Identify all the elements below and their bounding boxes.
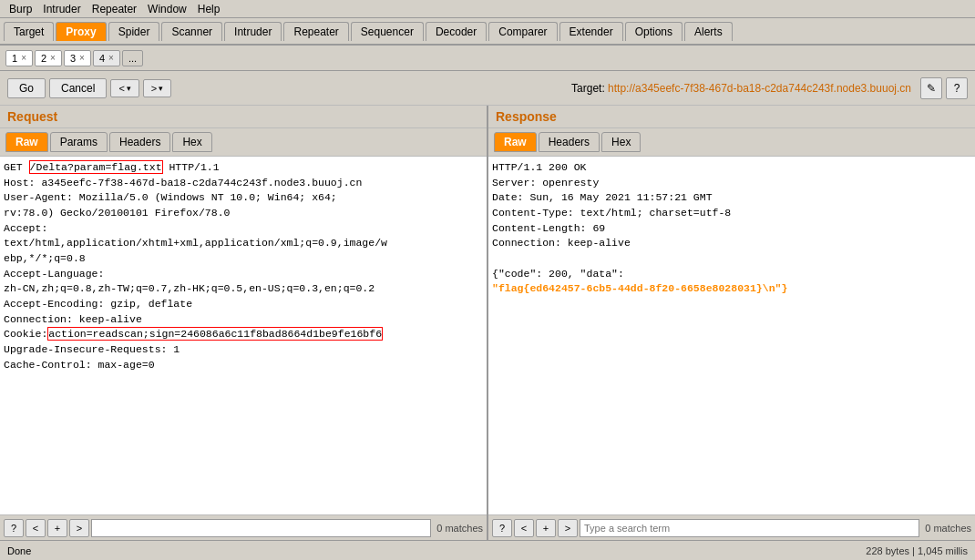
cookie-label: Cookie: [4, 328, 47, 340]
response-line-7 [492, 251, 971, 267]
request-tab-raw[interactable]: Raw [5, 132, 48, 152]
request-line-1: GET /Delta?param=flag.txt HTTP/1.1 [4, 160, 483, 176]
num-tab-2[interactable]: 2 × [35, 50, 62, 66]
request-proto: HTTP/1.1 [163, 161, 220, 173]
nav-fwd-button[interactable]: > ▾ [143, 79, 171, 97]
menu-bar: Burp Intruder Repeater Window Help [0, 0, 975, 18]
request-tab-headers[interactable]: Headers [109, 132, 170, 152]
nav-fwd-dropdown[interactable]: ▾ [159, 84, 163, 93]
menu-help[interactable]: Help [192, 2, 226, 16]
edit-icon-button[interactable]: ✎ [920, 77, 942, 99]
num-tab-4-close[interactable]: × [108, 53, 114, 63]
request-method: GET [4, 161, 29, 173]
num-tab-more[interactable]: ... [122, 50, 143, 66]
num-tab-1-close[interactable]: × [21, 53, 26, 63]
response-line-3: Date: Sun, 16 May 2021 11:57:21 GMT [492, 190, 971, 206]
tab-sequencer[interactable]: Sequencer [351, 22, 424, 41]
nav-back-dropdown[interactable]: ▾ [127, 84, 131, 93]
request-content: GET /Delta?param=flag.txt HTTP/1.1 Host:… [0, 157, 487, 514]
response-search-next[interactable]: > [558, 519, 578, 537]
response-search-help[interactable]: ? [492, 519, 512, 537]
cookie-value: action=readscan;sign=246086a6c11f8bad866… [47, 327, 383, 341]
response-search-input[interactable] [580, 519, 919, 537]
request-tab-hex[interactable]: Hex [172, 132, 211, 152]
request-panel-header: Request [0, 106, 487, 128]
nav-back-button[interactable]: < ▾ [110, 79, 139, 97]
tab-extender[interactable]: Extender [559, 22, 623, 41]
request-search-add[interactable]: + [47, 519, 67, 537]
response-match-count: 0 matches [925, 523, 971, 534]
tab-scanner[interactable]: Scanner [161, 22, 222, 41]
num-tab-2-label: 2 [41, 53, 46, 64]
request-panel: Request Raw Params Headers Hex GET /Delt… [0, 106, 488, 540]
num-tab-2-close[interactable]: × [50, 53, 56, 63]
request-line-8: Accept-Language: [4, 267, 483, 282]
request-search-next[interactable]: > [69, 519, 89, 537]
main-tab-bar: Target Proxy Spider Scanner Intruder Rep… [0, 18, 975, 46]
request-line-14: Cache-Control: max-age=0 [4, 358, 483, 373]
response-content: HTTP/1.1 200 OK Server: openresty Date: … [488, 157, 975, 514]
request-search-help[interactable]: ? [4, 519, 24, 537]
num-tab-bar: 1 × 2 × 3 × 4 × ... [0, 46, 975, 71]
response-line-2: Server: openresty [492, 176, 971, 191]
num-tab-1[interactable]: 1 × [5, 50, 33, 66]
response-tab-headers[interactable]: Headers [539, 132, 600, 152]
response-title: Response [496, 109, 557, 124]
request-search-bar: ? < + > 0 matches [0, 514, 487, 540]
request-line-5: Accept: [4, 221, 483, 237]
tab-comparer[interactable]: Comparer [488, 22, 557, 41]
request-line-11: Connection: keep-alive [4, 312, 483, 328]
toolbar: Go Cancel < ▾ > ▾ Target: http://a345eef… [0, 71, 975, 106]
num-tab-3[interactable]: 3 × [64, 50, 91, 66]
chevron-right-icon: > [151, 83, 157, 94]
request-line-10: Accept-Encoding: gzip, deflate [4, 297, 483, 312]
request-search-prev[interactable]: < [26, 519, 46, 537]
menu-repeater[interactable]: Repeater [87, 2, 142, 16]
go-button[interactable]: Go [7, 78, 46, 98]
tab-decoder[interactable]: Decoder [426, 22, 487, 41]
tab-target[interactable]: Target [4, 22, 54, 41]
menu-intruder[interactable]: Intruder [37, 2, 86, 16]
tab-proxy[interactable]: Proxy [56, 22, 106, 41]
response-search-bar: ? < + > 0 matches [488, 514, 975, 540]
response-line-5: Content-Length: 69 [492, 221, 971, 237]
num-tab-4-label: 4 [99, 53, 105, 64]
request-line-12: Cookie:action=readscan;sign=246086a6c11f… [4, 327, 483, 342]
target-url: http://a345eefc-7f38-467d-ba18-c2da744c2… [608, 82, 911, 95]
menu-window[interactable]: Window [142, 2, 192, 16]
request-line-3: User-Agent: Mozilla/5.0 (Windows NT 10.0… [4, 190, 483, 206]
num-tab-3-label: 3 [70, 53, 76, 64]
num-tab-1-label: 1 [12, 53, 17, 64]
request-match-count: 0 matches [436, 523, 483, 534]
tab-alerts[interactable]: Alerts [684, 22, 733, 41]
request-title: Request [7, 109, 57, 124]
response-line-1: HTTP/1.1 200 OK [492, 160, 971, 176]
tab-intruder[interactable]: Intruder [224, 22, 282, 41]
request-line-13: Upgrade-Insecure-Requests: 1 [4, 342, 483, 358]
menu-burp[interactable]: Burp [4, 2, 37, 16]
status-bar: Done 228 bytes | 1,045 millis [0, 540, 975, 560]
cancel-button[interactable]: Cancel [49, 78, 107, 98]
response-search-add[interactable]: + [536, 519, 556, 537]
response-panel-tabs: Raw Headers Hex [488, 128, 975, 157]
response-line-4: Content-Type: text/html; charset=utf-8 [492, 206, 971, 221]
main-panels: Request Raw Params Headers Hex GET /Delt… [0, 106, 975, 540]
tab-spider[interactable]: Spider [108, 22, 160, 41]
response-tab-hex[interactable]: Hex [601, 132, 641, 152]
response-line-9: "flag{ed642457-6cb5-44dd-8f20-6658e80280… [492, 281, 971, 297]
request-line-6: text/html,application/xhtml+xml,applicat… [4, 236, 483, 251]
tab-repeater[interactable]: Repeater [283, 22, 348, 41]
request-line-4: rv:78.0) Gecko/20100101 Firefox/78.0 [4, 206, 483, 221]
chevron-left-icon: < [118, 83, 124, 94]
num-tab-3-close[interactable]: × [79, 53, 85, 63]
help-icon-button[interactable]: ? [946, 77, 968, 99]
request-search-input[interactable] [91, 519, 431, 537]
request-path: /Delta?param=flag.txt [29, 160, 163, 174]
response-search-prev[interactable]: < [514, 519, 534, 537]
request-tab-params[interactable]: Params [50, 132, 108, 152]
tab-options[interactable]: Options [625, 22, 682, 41]
response-tab-raw[interactable]: Raw [494, 132, 537, 152]
response-panel: Response Raw Headers Hex HTTP/1.1 200 OK… [488, 106, 975, 540]
num-tab-4[interactable]: 4 × [93, 50, 120, 66]
request-line-2: Host: a345eefc-7f38-467d-ba18-c2da744c24… [4, 176, 483, 191]
